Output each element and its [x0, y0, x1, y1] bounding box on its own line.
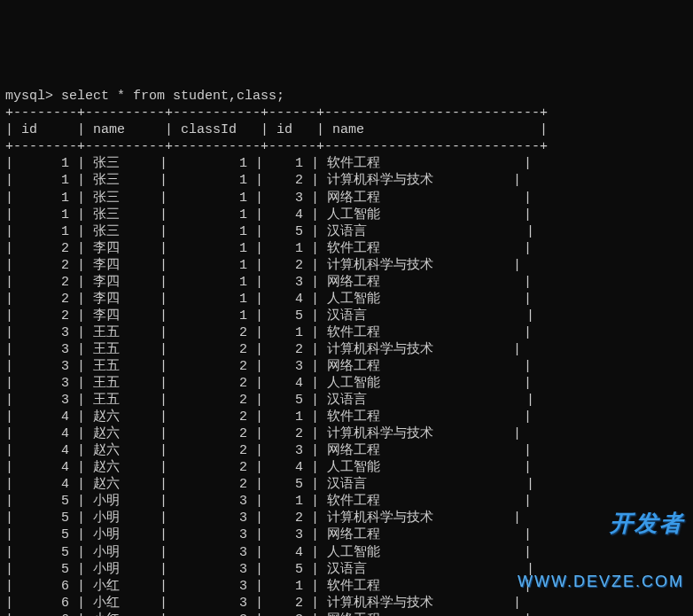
table-header-row: | id | name | classId | id | name |	[5, 122, 548, 137]
watermark-url: WWW.DEVZE.COM	[518, 572, 684, 592]
mysql-prompt: mysql>	[5, 89, 61, 104]
table-body: | 1 | 张三 | 1 | 1 | 软件工程 | | 1 | 张三 | 1 |…	[5, 156, 534, 616]
table-header-border: +--------+----------+-----------+------+…	[5, 139, 548, 154]
watermark: 开发者 WWW.DEVZE.COM	[518, 475, 684, 609]
sql-query: select * from student,class;	[61, 89, 284, 104]
watermark-chinese: 开发者	[518, 509, 684, 538]
table-top-border: +--------+----------+-----------+------+…	[5, 105, 548, 121]
